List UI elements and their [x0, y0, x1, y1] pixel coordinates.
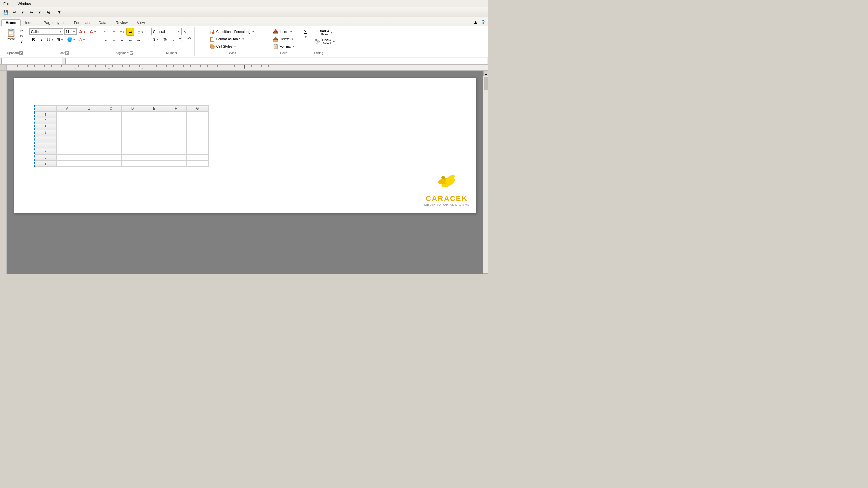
col-header-b[interactable]: B [78, 106, 100, 112]
cell-C8[interactable] [100, 155, 122, 161]
insert-button[interactable]: 📥 Insert ▼ [271, 28, 294, 35]
col-header-g[interactable]: G [187, 106, 209, 112]
cell-B7[interactable] [78, 148, 100, 155]
cell-D9[interactable] [122, 161, 143, 167]
font-grow-button[interactable]: A▲ [78, 28, 87, 35]
cell-B5[interactable] [78, 136, 100, 142]
row-number[interactable]: 5 [35, 136, 57, 142]
paste-button[interactable]: 📋 Paste [3, 28, 18, 42]
format-button[interactable]: 📋 Format ▼ [271, 43, 296, 50]
name-box[interactable] [1, 58, 62, 64]
redo-arrow[interactable]: ▾ [36, 8, 43, 16]
cell-D5[interactable] [122, 136, 143, 142]
print-button[interactable]: 🖨 [44, 8, 52, 16]
document-area[interactable]: A B C D E F G 123456789 [7, 71, 483, 274]
format-as-table-button[interactable]: 📋 Format as Table ▼ [208, 36, 246, 42]
cell-D8[interactable] [122, 155, 143, 161]
cell-F4[interactable] [165, 130, 187, 136]
col-header-e[interactable]: E [143, 106, 165, 112]
sort-filter-button[interactable]: ↕ Sort & Filter ▼ [313, 28, 337, 37]
cell-styles-button[interactable]: 🎨 Cell Styles ▼ [208, 43, 238, 50]
align-center-button[interactable]: ≡ [110, 37, 118, 44]
cell-F1[interactable] [165, 112, 187, 118]
row-number[interactable]: 4 [35, 130, 57, 136]
row-number[interactable]: 1 [35, 112, 57, 118]
cell-C5[interactable] [100, 136, 122, 142]
cell-A9[interactable] [57, 161, 78, 167]
number-format-selector[interactable]: General ▼ [151, 28, 182, 35]
cell-C9[interactable] [100, 161, 122, 167]
align-left-button[interactable]: ≡ [102, 37, 110, 44]
cell-F3[interactable] [165, 124, 187, 130]
menu-window[interactable]: Window [16, 1, 32, 6]
alignment-expand[interactable]: ↘ [130, 51, 133, 55]
cell-G5[interactable] [187, 136, 209, 142]
cell-F9[interactable] [165, 161, 187, 167]
cell-D3[interactable] [122, 124, 143, 130]
cell-B3[interactable] [78, 124, 100, 130]
row-number[interactable]: 3 [35, 124, 57, 130]
cell-C7[interactable] [100, 148, 122, 155]
cell-C3[interactable] [100, 124, 122, 130]
tab-insert[interactable]: Insert [21, 19, 39, 26]
format-painter-button[interactable]: 🖌 [19, 39, 25, 44]
row-number[interactable]: 7 [35, 148, 57, 155]
align-right-button[interactable]: ≡ [118, 37, 126, 44]
col-header-f[interactable]: F [165, 106, 187, 112]
increase-decimal-button[interactable]: .00.0 [185, 36, 193, 43]
cell-E2[interactable] [143, 118, 165, 124]
cell-B9[interactable] [78, 161, 100, 167]
scroll-thumb-v[interactable] [484, 77, 488, 90]
currency-button[interactable]: $▼ [151, 36, 161, 43]
cell-A2[interactable] [57, 118, 78, 124]
undo-button[interactable]: ↩ [11, 8, 18, 16]
cell-E9[interactable] [143, 161, 165, 167]
underline-button[interactable]: U▼ [46, 36, 54, 43]
cell-D2[interactable] [122, 118, 143, 124]
cell-E7[interactable] [143, 148, 165, 155]
cell-C6[interactable] [100, 142, 122, 148]
tab-home[interactable]: Home [1, 19, 21, 26]
cell-C1[interactable] [100, 112, 122, 118]
save-button[interactable]: 💾 [2, 8, 9, 16]
fill-color-button[interactable]: 🪣▼ [66, 36, 76, 43]
tab-review[interactable]: Review [111, 19, 132, 26]
borders-button[interactable]: ⊞▼ [55, 36, 65, 43]
font-color-button[interactable]: A▼ [77, 36, 87, 43]
font-size-selector[interactable]: 11 ▼ [64, 28, 77, 35]
cell-A5[interactable] [57, 136, 78, 142]
number-expand[interactable]: ↘ [183, 30, 186, 33]
cell-F7[interactable] [165, 148, 187, 155]
increase-indent-button[interactable]: ⇥ [135, 37, 142, 44]
cell-D4[interactable] [122, 130, 143, 136]
customize-qat[interactable]: ▼ [56, 8, 63, 16]
cell-F8[interactable] [165, 155, 187, 161]
font-name-selector[interactable]: Calibri ▼ [29, 28, 63, 35]
cell-A1[interactable] [57, 112, 78, 118]
vertical-scrollbar[interactable]: ▲ ▼ [483, 71, 488, 274]
cell-G9[interactable] [187, 161, 209, 167]
delete-button[interactable]: 📤 Delete ▼ [271, 36, 295, 42]
cell-E8[interactable] [143, 155, 165, 161]
merge-center-button[interactable]: ⊡▼ [135, 28, 147, 36]
col-header-d[interactable]: D [122, 106, 143, 112]
cell-A3[interactable] [57, 124, 78, 130]
cell-B6[interactable] [78, 142, 100, 148]
ribbon-help-up[interactable]: ▲ [472, 18, 479, 26]
col-header-a[interactable]: A [57, 106, 78, 112]
tab-view[interactable]: View [133, 19, 150, 26]
cell-D6[interactable] [122, 142, 143, 148]
cell-B4[interactable] [78, 130, 100, 136]
cell-G6[interactable] [187, 142, 209, 148]
cell-B1[interactable] [78, 112, 100, 118]
cell-G4[interactable] [187, 130, 209, 136]
cell-F5[interactable] [165, 136, 187, 142]
cell-E1[interactable] [143, 112, 165, 118]
cell-E4[interactable] [143, 130, 165, 136]
cell-G2[interactable] [187, 118, 209, 124]
formula-input[interactable] [65, 58, 487, 64]
cell-E6[interactable] [143, 142, 165, 148]
cell-E3[interactable] [143, 124, 165, 130]
conditional-formatting-button[interactable]: 📊 Conditional Formatting ▼ [208, 28, 256, 35]
scroll-up-button[interactable]: ▲ [483, 71, 488, 76]
